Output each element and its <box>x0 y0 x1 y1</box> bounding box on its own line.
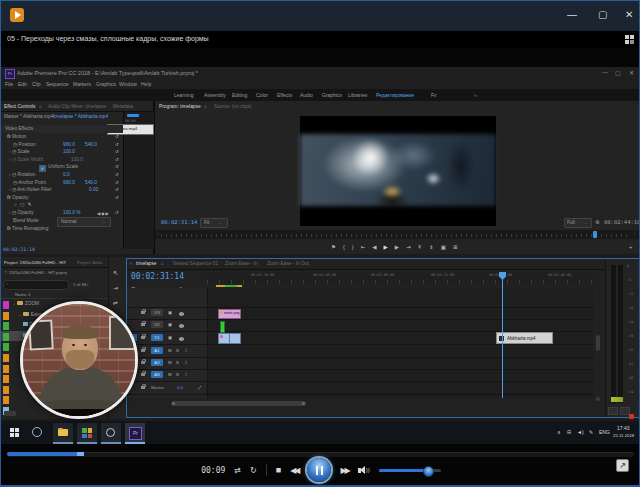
lock-icon[interactable] <box>141 323 145 326</box>
reset-icon[interactable]: ↺ <box>115 210 119 215</box>
reset-icon[interactable]: ↺ <box>115 142 119 147</box>
label-color-swatch[interactable] <box>3 343 9 351</box>
solo-icon[interactable]: S <box>176 372 179 377</box>
master-clip-selector[interactable]: Master * Abkhazia.mp4 <box>4 114 53 119</box>
tab-effect-controls[interactable]: Effect Controls <box>4 104 35 109</box>
clip-v2-connector[interactable] <box>220 321 225 333</box>
solo-icon[interactable]: S <box>176 360 179 365</box>
label-color-swatch[interactable] <box>3 322 9 330</box>
taskbar-tile-photos[interactable] <box>77 423 97 444</box>
timeline-hscrollbar[interactable] <box>171 401 306 406</box>
tab-audio-clip-mixer[interactable]: Audio Clip Mixer: timelapse <box>48 104 106 109</box>
program-timecode[interactable]: 00:02:31:14 <box>161 219 197 225</box>
project-panel-bottom-icons[interactable] <box>4 411 16 416</box>
keyframe-strip-scrollbar[interactable] <box>127 114 139 117</box>
mute-icon[interactable]: M <box>168 360 172 365</box>
workspace-color[interactable]: Color <box>256 92 268 98</box>
tab-source[interactable]: Source: (no clips) <box>214 104 251 109</box>
workspace-editing[interactable]: Editing <box>232 92 247 98</box>
uniform-scale-checkbox[interactable]: ✓ <box>39 165 46 172</box>
pop-out-button[interactable]: ↗ <box>616 459 629 472</box>
fast-forward-button[interactable]: ▶▶ <box>340 466 348 475</box>
menu-markers[interactable]: Markers <box>73 81 91 87</box>
effect-opacity-group[interactable]: fx Opacity <box>7 195 28 200</box>
tab-project-1[interactable]: Project: 1920x1080 FullHD - HIT <box>4 260 66 265</box>
button-editor-plus-icon[interactable]: + <box>629 244 633 250</box>
taskbar-tile-premiere[interactable]: Pr <box>125 423 145 444</box>
lock-icon[interactable] <box>141 386 145 389</box>
menu-edit[interactable]: Edit <box>18 81 27 87</box>
lock-icon[interactable] <box>141 336 145 339</box>
cortana-icon[interactable] <box>32 427 42 437</box>
label-color-swatch[interactable] <box>3 365 9 373</box>
step-back-icon[interactable]: ◀ <box>372 244 376 250</box>
taskbar-tile-recorder[interactable] <box>101 423 121 444</box>
menu-file[interactable]: File <box>5 81 13 87</box>
workspace-editing-ru-active[interactable]: Редактирование <box>376 92 414 98</box>
track-v2-toggle[interactable]: V2 <box>151 321 163 328</box>
tray-volume-icon[interactable]: ◄) <box>577 429 584 435</box>
label-color-swatch[interactable] <box>3 396 9 404</box>
reset-icon[interactable]: ↺ <box>115 195 119 200</box>
rotation-value[interactable]: 0.0 <box>63 172 70 177</box>
taskbar-tile-explorer[interactable] <box>53 423 73 444</box>
opacity-value[interactable]: 100.0 % <box>63 210 81 215</box>
ripple-edit-tool[interactable]: ⇄ <box>113 299 118 306</box>
tab-nested-sequence[interactable]: Nested Sequence 01 <box>173 261 218 266</box>
workspace-learning[interactable]: Learning <box>174 92 193 98</box>
volume-icon[interactable]: )) <box>358 466 370 474</box>
lock-icon[interactable] <box>141 349 145 352</box>
volume-knob[interactable] <box>423 466 434 477</box>
tab-program[interactable]: Program: timelapse <box>159 104 201 109</box>
panel-menu-icon[interactable]: ≡ <box>204 104 207 109</box>
premiere-close-icon[interactable]: ✕ <box>629 69 634 76</box>
lock-icon[interactable] <box>141 311 145 314</box>
menu-window[interactable]: Window <box>119 81 137 87</box>
menu-help[interactable]: Help <box>141 81 151 87</box>
sync-lock-icon[interactable]: ▣ <box>168 310 172 315</box>
track-a3-toggle[interactable]: A3 <box>151 371 163 378</box>
track-v1-toggle[interactable]: V1 <box>151 334 163 341</box>
anchor-x-value[interactable]: 960.0 <box>63 180 75 185</box>
pen-mask-icon[interactable]: ✎ <box>27 202 34 207</box>
tab-zoom-ease-in[interactable]: Zoom Ease - In <box>225 261 258 266</box>
close-tab-icon[interactable]: ✕ <box>129 261 133 266</box>
mark-in-icon[interactable]: { <box>343 244 345 250</box>
mic-icon[interactable]: ⌇ <box>185 372 187 377</box>
label-color-swatch[interactable] <box>3 333 9 341</box>
track-a2-toggle[interactable]: A2 <box>151 359 163 366</box>
track-v2-eye-icon[interactable] <box>179 324 184 328</box>
reset-icon[interactable]: ↺ <box>115 172 119 177</box>
position-y-value[interactable]: 540.0 <box>85 142 97 147</box>
panel-menu-icon[interactable]: ≡ <box>39 104 42 109</box>
close-button[interactable]: ✕ <box>625 9 633 20</box>
reset-icon[interactable]: ↺ <box>115 180 119 185</box>
position-x-value[interactable]: 960.0 <box>63 142 75 147</box>
keyframe-nav-icons[interactable]: ◀◆▶ <box>97 211 110 216</box>
maximize-button[interactable]: ▢ <box>598 9 607 20</box>
track-a1-toggle[interactable]: A1 <box>151 347 163 354</box>
switch-to-library-icon[interactable] <box>625 35 634 44</box>
workspace-audio[interactable]: Audio <box>300 92 313 98</box>
label-color-swatch[interactable] <box>3 375 9 383</box>
lock-icon[interactable] <box>141 361 145 364</box>
shuffle-icon[interactable]: ⇄ <box>234 465 242 475</box>
mark-out-icon[interactable]: } <box>352 244 354 250</box>
workspace-fx[interactable]: Fx <box>431 92 437 98</box>
menu-graphics[interactable]: Graphics <box>96 81 116 87</box>
export-frame-icon[interactable]: ▣ <box>441 244 446 250</box>
tray-clock-time[interactable]: 17:43 <box>617 425 630 431</box>
effect-motion[interactable]: fx Motion <box>7 134 26 139</box>
stop-button[interactable]: ■ <box>276 465 281 475</box>
rewind-button[interactable]: ◀◀ <box>290 466 298 475</box>
reset-icon[interactable]: ↺ <box>115 134 119 139</box>
step-forward-icon[interactable]: ▶ <box>395 244 399 250</box>
menu-sequence[interactable]: Sequence <box>46 81 69 87</box>
lift-icon[interactable]: ⇞ <box>418 244 423 250</box>
fit-timeline-icon[interactable]: ⤢ <box>198 385 201 390</box>
go-to-out-icon[interactable]: ⇥ <box>406 244 411 250</box>
scale-value[interactable]: 100.0 <box>63 149 75 154</box>
mute-icon[interactable]: M <box>168 372 172 377</box>
go-to-in-icon[interactable]: ⇤ <box>361 244 366 250</box>
settings-wrench-icon[interactable]: ⚙ <box>595 219 599 225</box>
